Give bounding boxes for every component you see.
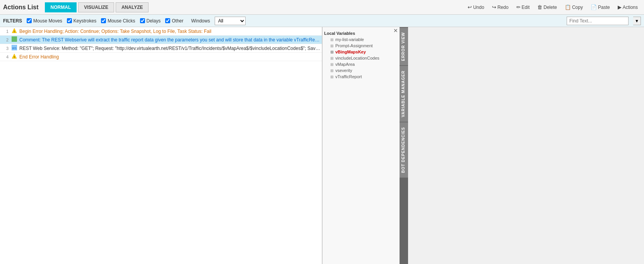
action-row[interactable]: 1!Begin Error Handling; Action: Continue… bbox=[0, 27, 322, 36]
filter-delays-checkbox[interactable] bbox=[140, 18, 145, 23]
tree-variable-item[interactable]: ⊞vincludeLocationCodes bbox=[324, 55, 398, 61]
filter-delays[interactable]: Delays bbox=[140, 18, 161, 24]
tree-variable-item[interactable]: ⊞vBingMapsKey bbox=[324, 49, 398, 55]
filter-keystrokes[interactable]: Keystrokes bbox=[67, 18, 96, 24]
variable-tree: Local Variables ⊞my-list-variable⊞Prompt… bbox=[323, 27, 400, 264]
filters-bar: FILTERS Mouse Moves Keystrokes Mouse Cli… bbox=[0, 15, 644, 27]
copy-icon: 📋 bbox=[565, 4, 571, 10]
tree-variable-item[interactable]: ⊞vMapArea bbox=[324, 61, 398, 67]
windows-select[interactable]: All bbox=[215, 17, 246, 25]
filter-other-checkbox[interactable] bbox=[165, 18, 170, 23]
close-panel-button[interactable]: ✕ bbox=[393, 28, 398, 33]
actions-button[interactable]: ▶ Actions bbox=[615, 2, 641, 12]
actions-list: 1!Begin Error Handling; Action: Continue… bbox=[0, 27, 322, 264]
tab-normal[interactable]: NORMAL bbox=[45, 2, 77, 12]
variable-label: vincludeLocationCodes bbox=[335, 56, 379, 60]
side-tab[interactable]: BOT DEPENDENCIES bbox=[400, 122, 408, 178]
find-text-input[interactable] bbox=[567, 17, 629, 25]
filter-keystrokes-checkbox[interactable] bbox=[67, 18, 72, 23]
action-row[interactable]: 4!End Error Handling bbox=[0, 53, 322, 61]
tree-variable-item[interactable]: ⊞my-list-variable bbox=[324, 36, 398, 43]
paste-button[interactable]: 📄 Paste bbox=[588, 2, 613, 12]
expand-icon: ⊞ bbox=[330, 44, 334, 48]
row-text: Begin Error Handling; Action: Continue; … bbox=[19, 29, 320, 34]
redo-button[interactable]: ↪ Redo bbox=[489, 2, 512, 12]
filters-label: FILTERS bbox=[3, 18, 22, 24]
side-tabs: ERROR VIEWVARIABLE MANAGERBOT DEPENDENCI… bbox=[400, 27, 408, 264]
expand-icon: ⊞ bbox=[330, 56, 334, 60]
row-number: 2 bbox=[2, 38, 11, 42]
row-icon: ! bbox=[11, 28, 18, 34]
edit-icon: ✏ bbox=[516, 4, 521, 10]
variable-label: vBingMapsKey bbox=[335, 50, 366, 54]
copy-button[interactable]: 📋 Copy bbox=[562, 2, 586, 12]
delete-button[interactable]: 🗑 Delete bbox=[534, 2, 560, 12]
right-panel-container: ✕ Local Variables ⊞my-list-variable⊞Prom… bbox=[322, 27, 644, 264]
tree-variable-item[interactable]: ⊞vseverity bbox=[324, 67, 398, 74]
undo-icon: ↩ bbox=[468, 4, 472, 10]
expand-icon: ⊞ bbox=[330, 50, 334, 54]
filter-mouse-clicks[interactable]: Mouse Clicks bbox=[101, 18, 135, 24]
row-icon: ! bbox=[11, 53, 18, 60]
paste-icon: 📄 bbox=[591, 4, 597, 10]
row-icon bbox=[11, 36, 18, 43]
local-variables-root: Local Variables bbox=[324, 30, 398, 36]
windows-label: Windows bbox=[191, 18, 210, 24]
filter-mouse-clicks-checkbox[interactable] bbox=[101, 18, 106, 23]
row-number: 1 bbox=[2, 29, 11, 34]
expand-icon: ⊞ bbox=[330, 69, 334, 73]
tab-visualize[interactable]: VISUALIZE bbox=[78, 2, 114, 12]
filter-mouse-moves[interactable]: Mouse Moves bbox=[27, 18, 62, 24]
search-icon: ▼ bbox=[635, 19, 639, 23]
tree-variable-item[interactable]: ⊞Prompt-Assignment bbox=[324, 43, 398, 49]
svg-text:!: ! bbox=[14, 30, 15, 33]
app-title: Actions List bbox=[3, 4, 39, 11]
filter-other[interactable]: Other bbox=[165, 18, 183, 24]
row-text: End Error Handling bbox=[19, 54, 320, 60]
row-number: 4 bbox=[2, 55, 11, 59]
expand-icon: ⊞ bbox=[330, 62, 334, 67]
row-text: Comment: The REST Webserive will extract… bbox=[19, 37, 320, 43]
svg-text:!: ! bbox=[14, 55, 15, 59]
edit-button[interactable]: ✏ Edit bbox=[513, 2, 533, 12]
delete-icon: 🗑 bbox=[537, 4, 542, 10]
variable-label: vseverity bbox=[335, 68, 352, 73]
variable-label: vTrafficReport bbox=[335, 74, 362, 79]
svg-text:WS: WS bbox=[12, 47, 17, 50]
filter-mouse-moves-checkbox[interactable] bbox=[27, 18, 32, 23]
side-tab[interactable]: VARIABLE MANAGER bbox=[400, 65, 408, 122]
row-number: 3 bbox=[2, 46, 11, 51]
variable-label: Prompt-Assignment bbox=[335, 43, 373, 48]
variable-label: my-list-variable bbox=[335, 37, 364, 42]
tab-analyze[interactable]: ANALYZE bbox=[116, 2, 149, 12]
variable-label: vMapArea bbox=[335, 62, 355, 67]
tree-variable-item[interactable]: ⊞vTrafficReport bbox=[324, 74, 398, 80]
action-row[interactable]: 2Comment: The REST Webserive will extrac… bbox=[0, 36, 322, 44]
expand-icon: ⊞ bbox=[330, 75, 334, 79]
action-row[interactable]: 3WSREST Web Service: Method: "GET"; Requ… bbox=[0, 44, 322, 53]
find-button[interactable]: ▼ bbox=[633, 17, 641, 25]
expand-icon: ⊞ bbox=[330, 38, 334, 42]
svg-rect-2 bbox=[12, 36, 17, 42]
variable-panel: ✕ Local Variables ⊞my-list-variable⊞Prom… bbox=[322, 27, 400, 264]
actions-icon: ▶ bbox=[618, 4, 622, 10]
row-text: REST Web Service: Method: "GET"; Request… bbox=[19, 46, 320, 51]
side-tab[interactable]: ERROR VIEW bbox=[400, 27, 408, 65]
undo-button[interactable]: ↩ Undo bbox=[465, 2, 487, 12]
main-area: 1!Begin Error Handling; Action: Continue… bbox=[0, 27, 644, 264]
row-icon: WS bbox=[11, 45, 18, 51]
redo-icon: ↪ bbox=[492, 4, 496, 10]
top-bar: Actions List NORMAL VISUALIZE ANALYZE ↩ … bbox=[0, 0, 644, 15]
